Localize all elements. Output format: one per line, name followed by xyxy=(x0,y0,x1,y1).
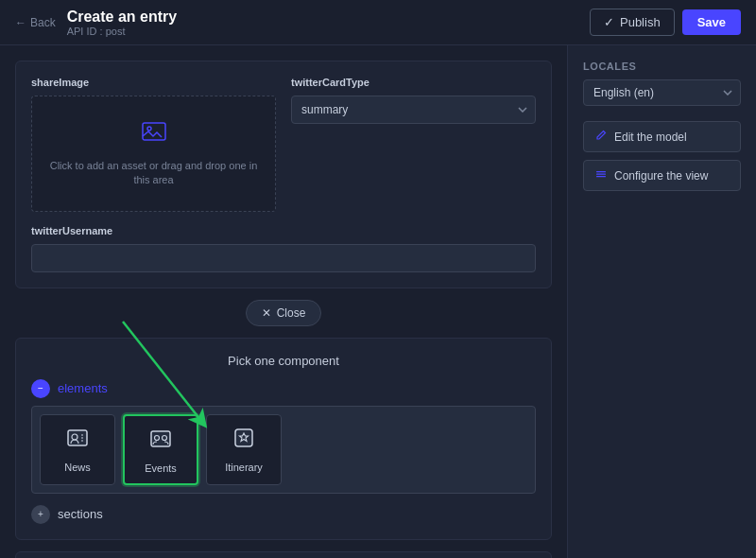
twitter-username-label: twitterUsername xyxy=(31,225,536,236)
upload-icon xyxy=(47,119,260,151)
edit-model-icon xyxy=(595,130,607,144)
pick-component-title: Pick one component xyxy=(31,354,536,368)
close-x-icon: ✕ xyxy=(262,306,271,320)
header-actions: ✓ Publish Save xyxy=(590,9,741,36)
sections-toggle[interactable]: + xyxy=(31,505,50,524)
svg-rect-0 xyxy=(143,123,165,140)
checkmark-icon: ✓ xyxy=(604,15,614,29)
svg-rect-8 xyxy=(596,171,606,172)
component-item-news[interactable]: News xyxy=(40,414,115,485)
twitter-card-type-select[interactable]: summary summary_large_image app player xyxy=(291,96,536,124)
publish-button[interactable]: ✓ Publish xyxy=(590,9,675,36)
elements-group: − elements New xyxy=(31,379,536,494)
back-label: Back xyxy=(30,16,56,29)
share-image-label: shareImage xyxy=(31,77,276,88)
back-button[interactable]: ← Back xyxy=(15,16,56,29)
page-subtitle: API ID : post xyxy=(67,26,178,37)
close-section: ✕ Close xyxy=(15,300,552,326)
main-layout: shareImage Click to add an asset or drag… xyxy=(0,45,756,558)
events-icon xyxy=(147,426,174,457)
post-type-section: postType ⓘ xyxy=(15,551,552,558)
component-items-list: News Events xyxy=(31,406,536,494)
svg-rect-7 xyxy=(235,429,252,446)
svg-point-1 xyxy=(147,127,151,131)
close-button[interactable]: ✕ Close xyxy=(246,300,322,326)
seo-form-grid: shareImage Click to add an asset or drag… xyxy=(31,77,536,212)
component-item-events[interactable]: Events xyxy=(123,414,198,485)
save-button[interactable]: Save xyxy=(682,9,741,35)
locales-section-title: Locales xyxy=(583,61,741,72)
svg-rect-9 xyxy=(596,174,606,175)
twitter-username-input[interactable] xyxy=(31,244,536,272)
right-sidebar: Locales English (en) French (fr) Spanish… xyxy=(567,45,756,558)
edit-model-button[interactable]: Edit the model xyxy=(583,121,741,152)
upload-text: Click to add an asset or drag and drop o… xyxy=(47,159,260,188)
twitter-username-field: twitterUsername xyxy=(31,225,536,272)
svg-rect-10 xyxy=(596,176,606,177)
configure-view-button[interactable]: Configure the view xyxy=(583,160,741,191)
itinerary-icon xyxy=(231,425,257,456)
twitter-card-type-label: twitterCardType xyxy=(291,77,536,88)
itinerary-label: Itinerary xyxy=(225,462,263,473)
share-image-field: shareImage Click to add an asset or drag… xyxy=(31,77,276,212)
twitter-card-type-field: twitterCardType summary summary_large_im… xyxy=(291,77,536,212)
pick-component-card: Pick one component − elements xyxy=(15,338,552,540)
elements-group-toggle[interactable]: − xyxy=(31,379,50,398)
sections-group-name: sections xyxy=(58,507,103,521)
configure-view-icon xyxy=(595,168,607,183)
news-label: News xyxy=(64,462,91,473)
share-image-upload[interactable]: Click to add an asset or drag and drop o… xyxy=(31,96,276,212)
page-title: Create an entry xyxy=(67,9,178,26)
locale-select[interactable]: English (en) French (fr) Spanish (es) xyxy=(583,79,741,106)
content-area: shareImage Click to add an asset or drag… xyxy=(0,45,567,558)
header: ← Back Create an entry API ID : post ✓ P… xyxy=(0,0,756,45)
component-item-itinerary[interactable]: Itinerary xyxy=(206,414,282,485)
seo-form-card: shareImage Click to add an asset or drag… xyxy=(15,61,552,288)
news-icon xyxy=(64,425,91,456)
sections-group[interactable]: + sections xyxy=(31,505,536,524)
elements-group-header: − elements xyxy=(31,379,536,398)
elements-group-name: elements xyxy=(58,381,108,395)
page-title-group: Create an entry API ID : post xyxy=(67,9,178,37)
svg-rect-4 xyxy=(151,431,170,446)
events-label: Events xyxy=(145,462,177,474)
back-arrow-icon: ← xyxy=(15,16,26,29)
